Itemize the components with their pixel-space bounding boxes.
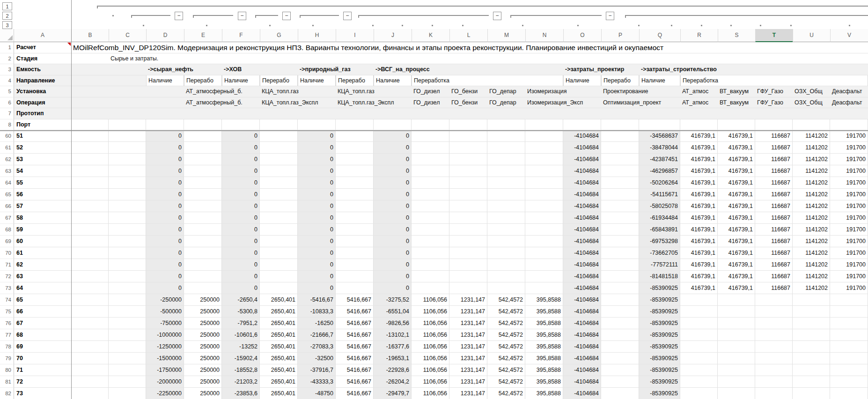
column-header-P[interactable]: P [601, 29, 639, 42]
cell-M63[interactable] [487, 165, 525, 177]
cell-U77[interactable] [793, 329, 830, 341]
cell-P60[interactable] [601, 130, 639, 142]
cell-M7[interactable] [487, 108, 525, 119]
cell-V69[interactable]: 191700 [830, 236, 868, 247]
cell-O72[interactable]: -4104684 [563, 271, 601, 282]
column-header-S[interactable]: S [718, 29, 755, 42]
cell-E4[interactable]: Перерабо [184, 75, 222, 87]
cell-U68[interactable]: 1141202 [793, 224, 830, 236]
cell-J61[interactable]: 0 [374, 142, 412, 154]
column-header-Q[interactable]: Q [639, 29, 680, 42]
cell-N79[interactable]: 395,8588 [525, 353, 563, 364]
row-header-67[interactable]: 67 [0, 212, 14, 224]
cell-O82[interactable]: -4104684 [563, 388, 601, 399]
cell-L65[interactable] [449, 189, 487, 200]
row-header-75[interactable]: 75 [0, 306, 14, 318]
cell-V6[interactable]: Деасфальт [830, 97, 868, 109]
cell-B6[interactable] [71, 97, 109, 109]
cell-D67[interactable]: 0 [146, 212, 184, 224]
cell-P70[interactable] [601, 247, 639, 259]
cell-V74[interactable] [830, 294, 868, 306]
cell-E74[interactable]: 250000 [184, 294, 222, 306]
outline-level-button-3[interactable]: 3 [2, 21, 12, 29]
cell-E78[interactable]: 250000 [184, 341, 222, 353]
cell-U78[interactable] [793, 341, 830, 353]
cell-T71[interactable]: 116687 [755, 259, 793, 271]
cell-K73[interactable] [412, 282, 449, 294]
cell-L67[interactable] [449, 212, 487, 224]
cell-E8[interactable] [184, 119, 222, 131]
cell-H62[interactable]: 0 [298, 154, 336, 165]
cell-T65[interactable]: 116687 [755, 189, 793, 200]
cell-J67[interactable]: 0 [374, 212, 412, 224]
row-header-62[interactable]: 62 [0, 154, 14, 165]
cell-N71[interactable] [525, 259, 563, 271]
cell-G71[interactable] [260, 259, 298, 271]
cell-S64[interactable]: 416739,1 [718, 177, 755, 189]
cell-C66[interactable] [109, 200, 146, 212]
cell-Q82[interactable]: -85390925 [639, 388, 680, 399]
cell-F80[interactable]: -18552,8 [222, 364, 260, 376]
cell-K60[interactable] [412, 130, 449, 142]
cell-J3[interactable]: ->ВСГ_на_процесс [374, 64, 449, 75]
cell-Q8[interactable] [639, 119, 680, 131]
cell-G62[interactable] [260, 154, 298, 165]
cell-Q75[interactable]: -85390925 [639, 306, 680, 318]
cell-K74[interactable]: 1106,056 [412, 294, 449, 306]
cell-M82[interactable]: 542,4572 [487, 388, 525, 399]
row-header-76[interactable]: 76 [0, 318, 14, 329]
cell-T72[interactable]: 116687 [755, 271, 793, 282]
cell-E73[interactable] [184, 282, 222, 294]
outline-level-button-2[interactable]: 2 [2, 12, 12, 20]
cell-I67[interactable] [336, 212, 374, 224]
cell-D66[interactable]: 0 [146, 200, 184, 212]
cell-O81[interactable]: -4104684 [563, 376, 601, 388]
cell-H71[interactable]: 0 [298, 259, 336, 271]
cell-E80[interactable]: 250000 [184, 364, 222, 376]
cell-T60[interactable]: 116687 [755, 130, 793, 142]
cell-T3[interactable] [755, 64, 793, 75]
cell-R79[interactable] [680, 353, 718, 364]
cell-G8[interactable] [260, 119, 298, 131]
cell-U71[interactable]: 1141202 [793, 259, 830, 271]
cell-E60[interactable] [184, 130, 222, 142]
cell-C5[interactable] [109, 86, 146, 97]
cell-U61[interactable]: 1141202 [793, 142, 830, 154]
cell-B2[interactable] [71, 53, 109, 65]
row-header-82[interactable]: 82 [0, 388, 14, 399]
cell-L82[interactable]: 1231,147 [449, 388, 487, 399]
cell-N8[interactable] [525, 119, 563, 131]
cell-Q2[interactable] [639, 53, 680, 65]
cell-Q65[interactable]: -54115671 [639, 189, 680, 200]
cell-M77[interactable]: 542,4572 [487, 329, 525, 341]
cell-N73[interactable] [525, 282, 563, 294]
cell-P66[interactable] [601, 200, 639, 212]
cell-J79[interactable]: -19653,1 [374, 353, 412, 364]
cell-M81[interactable]: 542,4572 [487, 376, 525, 388]
cell-I61[interactable] [336, 142, 374, 154]
cell-C3[interactable] [109, 64, 146, 75]
cell-F61[interactable]: 0 [222, 142, 260, 154]
cell-R5[interactable]: АТ_атмос [680, 86, 718, 97]
cell-S70[interactable]: 416739,1 [718, 247, 755, 259]
cell-K81[interactable]: 1106,056 [412, 376, 449, 388]
cell-H2[interactable] [298, 53, 336, 65]
cell-I6[interactable]: КЦА_топл.газ_Экспл [336, 97, 412, 109]
cell-F75[interactable]: -5300,8 [222, 306, 260, 318]
cell-O62[interactable]: -4104684 [563, 154, 601, 165]
cell-M68[interactable] [487, 224, 525, 236]
cell-C70[interactable] [109, 247, 146, 259]
row-header-5[interactable]: 5 [0, 86, 14, 97]
cell-J73[interactable]: 0 [374, 282, 412, 294]
cell-P64[interactable] [601, 177, 639, 189]
cell-S61[interactable]: 416739,1 [718, 142, 755, 154]
cell-Q68[interactable]: -65843891 [639, 224, 680, 236]
cell-F67[interactable]: 0 [222, 212, 260, 224]
cell-Q76[interactable]: -85390925 [639, 318, 680, 329]
cell-R76[interactable] [680, 318, 718, 329]
cell-L77[interactable]: 1231,147 [449, 329, 487, 341]
cell-I76[interactable]: 5416,667 [336, 318, 374, 329]
cell-C78[interactable] [109, 341, 146, 353]
cell-Q74[interactable]: -85390925 [639, 294, 680, 306]
cell-R6[interactable]: АТ_атмос [680, 97, 718, 109]
